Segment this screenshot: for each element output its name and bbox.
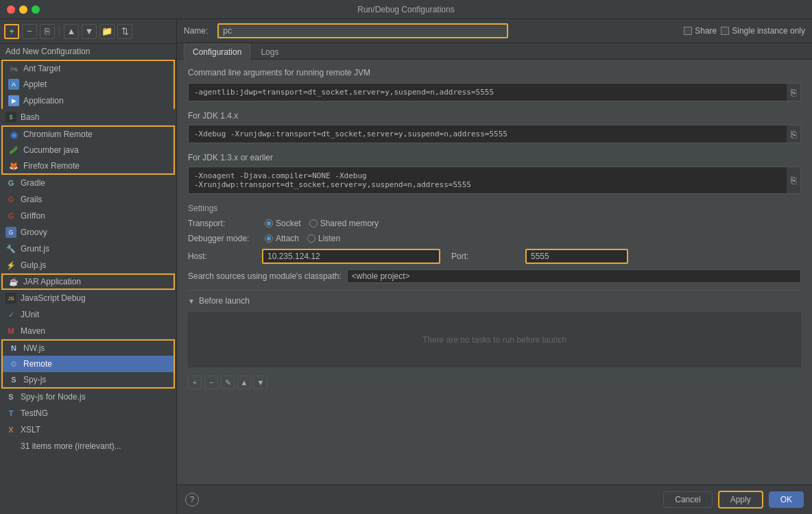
host-port-row: Host: Port: <box>188 249 801 264</box>
launch-add-button[interactable]: + <box>188 376 202 389</box>
list-item[interactable]: S Spy-js <box>1 372 175 389</box>
jar-application-label: JAR Application <box>23 277 81 286</box>
cancel-button[interactable]: Cancel <box>663 491 712 508</box>
list-item[interactable]: 31 items more (irrelevant)... <box>0 438 176 454</box>
name-label: Name: <box>184 26 208 36</box>
copy-jdk14-button[interactable]: ⎘ <box>787 125 801 143</box>
griffon-label: Griffon <box>21 211 45 221</box>
socket-radio-circle <box>265 219 273 228</box>
maven-label: Maven <box>21 326 45 336</box>
left-panel: + − ⎘ ▲ ▼ 📁 ⇅ Add New Configuration 🐜 An… <box>0 19 177 514</box>
sort-button[interactable]: ⇅ <box>117 24 132 39</box>
chromium-remote-icon: ◉ <box>8 129 19 140</box>
port-label: Port: <box>451 252 520 261</box>
transport-label: Transport: <box>188 219 256 228</box>
list-item[interactable]: 🔧 Grunt.js <box>0 241 176 257</box>
ok-button[interactable]: OK <box>769 491 804 508</box>
add-configuration-button[interactable]: + <box>4 24 19 39</box>
launch-up-button[interactable]: ▲ <box>237 376 251 389</box>
list-item[interactable]: M Maven <box>0 323 176 339</box>
tab-logs[interactable]: Logs <box>252 44 287 60</box>
applet-icon: A <box>8 79 19 90</box>
settings-section: Settings Transport: Socket Shared memory <box>188 204 801 283</box>
launch-edit-button[interactable]: ✎ <box>221 376 235 389</box>
list-item[interactable]: G Gradle <box>0 175 176 191</box>
help-button[interactable]: ? <box>185 493 199 506</box>
list-item[interactable]: A Applet <box>1 76 175 93</box>
toolbar-separator <box>59 26 60 37</box>
copy-jdk13-button[interactable]: ⎘ <box>787 167 801 194</box>
settings-title: Settings <box>188 204 801 213</box>
jdk13-input[interactable]: -Xnoagent -Djava.compiler=NONE -Xdebug -… <box>188 167 787 194</box>
chromium-remote-label: Chromium Remote <box>23 130 93 139</box>
folder-button[interactable]: 📁 <box>99 24 115 39</box>
list-item[interactable]: G Groovy <box>0 224 176 241</box>
copy-configuration-button[interactable]: ⎘ <box>40 24 55 39</box>
list-item[interactable]: 🐜 Ant Target <box>1 60 175 76</box>
launch-remove-button[interactable]: − <box>204 376 218 389</box>
gradle-icon: G <box>5 178 16 188</box>
maximize-button[interactable] <box>32 5 40 14</box>
port-input[interactable] <box>525 249 628 264</box>
grails-icon: G <box>5 194 16 205</box>
list-item[interactable]: T TestNG <box>0 405 176 421</box>
port-field-wrap: Port: <box>451 249 628 264</box>
name-input[interactable] <box>219 25 507 37</box>
right-header: Name: Share Single instance only <box>177 19 812 43</box>
minimize-button[interactable] <box>19 5 27 14</box>
list-item[interactable]: ⚙ Remote <box>1 356 175 372</box>
jdk14-input[interactable]: -Xdebug -Xrunjdwp:transport=dt_socket,se… <box>188 125 787 143</box>
tab-configuration[interactable]: Configuration <box>184 44 250 60</box>
list-item[interactable]: N NW.js <box>1 339 175 356</box>
attach-radio-label: Attach <box>276 234 299 243</box>
list-item[interactable]: S Spy-js for Node.js <box>0 389 176 405</box>
transport-row: Transport: Socket Shared memory <box>188 219 801 228</box>
share-checkbox[interactable] <box>684 27 692 35</box>
single-instance-checkbox[interactable] <box>721 27 729 35</box>
tabs-row: Configuration Logs <box>177 43 812 60</box>
close-button[interactable] <box>7 5 15 14</box>
before-launch-triangle-icon: ▼ <box>188 297 195 305</box>
list-item[interactable]: 🦊 Firefox Remote <box>1 158 175 175</box>
jdk13-label: For JDK 1.3.x or earlier <box>188 153 801 162</box>
no-tasks-message: There are no tasks to run before launch <box>422 335 566 345</box>
ant-target-icon: 🐜 <box>8 63 19 74</box>
list-item[interactable]: ⚡ Gulp.js <box>0 257 176 273</box>
copy-main-button[interactable]: ⎘ <box>787 83 801 101</box>
cucumber-java-label: Cucumber java <box>23 145 79 155</box>
remove-configuration-button[interactable]: − <box>22 24 37 39</box>
move-down-button[interactable]: ▼ <box>82 24 97 39</box>
list-item[interactable]: X XSLT <box>0 421 176 438</box>
host-input[interactable] <box>262 249 440 264</box>
list-item[interactable]: JS JavaScript Debug <box>0 290 176 306</box>
shared-memory-radio-circle <box>309 219 318 228</box>
move-up-button[interactable]: ▲ <box>64 24 79 39</box>
more-label: 31 items more (irrelevant)... <box>21 441 121 451</box>
list-item[interactable]: ✓ JUnit <box>0 306 176 323</box>
list-item[interactable]: $ Bash <box>0 109 176 125</box>
launch-down-button[interactable]: ▼ <box>254 376 267 389</box>
application-icon: ▶ <box>8 95 19 106</box>
list-item[interactable]: ☕ JAR Application <box>1 273 175 290</box>
shared-memory-radio[interactable]: Shared memory <box>309 219 379 228</box>
list-item[interactable]: ▶ Application <box>1 93 175 109</box>
cmd-main-input[interactable]: -agentlib:jdwp=transport=dt_socket,serve… <box>188 83 787 101</box>
list-item[interactable]: G Grails <box>0 191 176 208</box>
firefox-remote-label: Firefox Remote <box>23 161 80 171</box>
xslt-label: XSLT <box>21 425 40 435</box>
listen-radio-circle <box>307 234 315 243</box>
apply-button[interactable]: Apply <box>718 491 763 509</box>
more-icon <box>5 441 16 452</box>
bash-label: Bash <box>21 112 39 122</box>
classpath-select[interactable]: <whole project> <box>347 269 801 283</box>
attach-radio[interactable]: Attach <box>265 234 299 243</box>
list-item[interactable]: 🥒 Cucumber java <box>1 142 175 158</box>
groovy-label: Groovy <box>21 228 47 237</box>
javascript-debug-label: JavaScript Debug <box>21 293 86 303</box>
before-launch-header: ▼ Before launch <box>188 296 801 306</box>
list-item[interactable]: G Griffon <box>0 208 176 224</box>
listen-radio[interactable]: Listen <box>307 234 340 243</box>
list-item[interactable]: ◉ Chromium Remote <box>1 125 175 142</box>
spy-js-node-icon: S <box>5 391 16 402</box>
socket-radio[interactable]: Socket <box>265 219 301 228</box>
